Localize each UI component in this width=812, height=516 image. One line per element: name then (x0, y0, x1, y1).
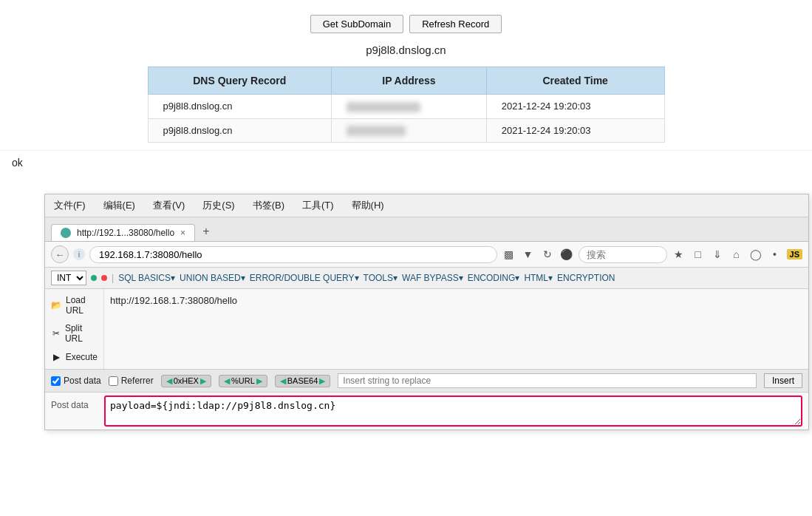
hackbar-main: 📂 Load URL ✂ Split URL ▶ Execute (45, 289, 808, 430)
tab-favicon-icon (61, 228, 71, 238)
dot-green-icon (91, 275, 97, 281)
refresh-record-button[interactable]: Refresh Record (409, 15, 502, 33)
table-row: p9j8l8.dnslog.cn 2021-12-24 19:20:03 (148, 118, 664, 143)
dot-red-icon (101, 275, 107, 281)
hex-encode-button[interactable]: ◀ 0xHEX ▶ (161, 375, 211, 387)
home-icon[interactable]: ⌂ (729, 247, 744, 262)
button-row: Get SubDomain Refresh Record (310, 15, 502, 33)
menu-tools[interactable]: 工具(T) (299, 197, 337, 214)
menu-help[interactable]: 帮助(H) (349, 197, 387, 214)
menu-edit[interactable]: 编辑(E) (100, 197, 138, 214)
post-data-checkbox[interactable] (51, 376, 61, 386)
status-bar: ok (0, 150, 812, 174)
col-header-time: Created Time (486, 67, 664, 95)
int-select[interactable]: INT (51, 271, 86, 285)
top-section: Get SubDomain Refresh Record p9j8l8.dnsl… (0, 0, 812, 150)
dns-table: DNS Query Record IP Address Created Time… (148, 67, 665, 143)
url-encode-button[interactable]: ◀ %URL ▶ (219, 375, 267, 387)
split-url-icon: ✂ (51, 327, 61, 339)
tab-close-button[interactable]: × (180, 228, 185, 238)
insert-button[interactable]: Insert (764, 373, 802, 388)
address-bar: ← i ▩ ▼ ↻ ⚫ ★ □ ⇓ ⌂ ◯ • JS (45, 242, 808, 268)
search-input[interactable] (579, 246, 667, 263)
execute-icon: ▶ (51, 351, 62, 363)
referrer-checkbox[interactable] (109, 376, 118, 386)
table-row: p9j8l8.dnslog.cn 2021-12-24 19:20:03 (148, 95, 664, 119)
back-button[interactable]: ← (51, 245, 69, 263)
menu-bar: 文件(F) 编辑(E) 查看(V) 历史(S) 书签(B) 工具(T) 帮助(H… (45, 194, 808, 217)
bookmark-icon[interactable]: □ (691, 247, 706, 262)
cell-dns-2: p9j8l8.dnslog.cn (148, 118, 332, 143)
execute-button[interactable]: ▶ Execute (48, 350, 100, 364)
hackbar-body: 📂 Load URL ✂ Split URL ▶ Execute (45, 289, 808, 369)
referrer-checkbox-label[interactable]: Referrer (109, 376, 154, 386)
hackbar-left-panel: 📂 Load URL ✂ Split URL ▶ Execute (45, 289, 104, 369)
menu-html[interactable]: HTML▾ (524, 273, 553, 283)
cell-time-2: 2021-12-24 19:20:03 (486, 118, 664, 143)
info-icon: i (73, 248, 85, 260)
dropdown-icon[interactable]: ▼ (521, 247, 536, 262)
postdata-row: Post data (45, 393, 808, 430)
menu-view[interactable]: 查看(V) (150, 197, 188, 214)
active-tab[interactable]: http://192.1...38080/hello × (51, 224, 195, 241)
options-row: Post data Referrer ◀ 0xHEX ▶ ◀ %URL ▶ ◀ … (45, 369, 808, 393)
insert-string-input[interactable] (338, 373, 757, 388)
split-url-label: Split URL (65, 323, 98, 344)
hackbar-toolbar: INT | SQL BASICS▾ UNION BASED▾ ERROR/DOU… (45, 268, 808, 289)
menu-sql-basics[interactable]: SQL BASICS▾ (118, 273, 175, 283)
postdata-label: Post data (45, 396, 104, 410)
browser-window: 文件(F) 编辑(E) 查看(V) 历史(S) 书签(B) 工具(T) 帮助(H… (44, 194, 809, 430)
cell-time-1: 2021-12-24 19:20:03 (486, 95, 664, 119)
hackbar-url-input[interactable] (109, 292, 804, 309)
menu-waf-bypass[interactable]: WAF BYPASS▾ (402, 273, 463, 283)
stop-icon[interactable]: ⚫ (559, 247, 574, 262)
cell-ip-1 (332, 95, 487, 119)
cell-ip-2 (332, 118, 487, 143)
download-icon[interactable]: ⇓ (710, 247, 725, 262)
postdata-input[interactable] (104, 396, 802, 427)
load-url-icon: 📂 (51, 299, 62, 311)
menu-bookmarks[interactable]: 书签(B) (250, 197, 287, 214)
load-url-button[interactable]: 📂 Load URL (48, 293, 100, 317)
reload-button[interactable]: ↻ (540, 247, 555, 262)
menu-encoding[interactable]: ENCODING▾ (468, 273, 520, 283)
new-tab-button[interactable]: + (195, 222, 216, 241)
hackbar-right-panel (104, 289, 808, 369)
address-icons: ▩ ▼ ↻ ⚫ (502, 247, 574, 262)
post-data-checkbox-label[interactable]: Post data (51, 376, 101, 386)
menu-encryption[interactable]: ENCRYPTION (557, 273, 615, 283)
referrer-label: Referrer (121, 376, 154, 386)
col-header-ip: IP Address (332, 67, 487, 95)
cell-dns-1: p9j8l8.dnslog.cn (148, 95, 332, 119)
menu-union-based[interactable]: UNION BASED▾ (180, 273, 245, 283)
menu-error-double[interactable]: ERROR/DOUBLE QUERY▾ (250, 273, 359, 283)
menu-tools[interactable]: TOOLS▾ (364, 273, 398, 283)
col-header-dns: DNS Query Record (148, 67, 332, 95)
screen-icon[interactable]: ▩ (502, 247, 516, 262)
tab-bar: http://192.1...38080/hello × + (45, 217, 808, 242)
js-badge: JS (787, 249, 802, 259)
menu-history[interactable]: 历史(S) (199, 197, 237, 214)
url-input[interactable] (89, 246, 497, 263)
post-data-label: Post data (64, 376, 101, 386)
base64-encode-button[interactable]: ◀ BASE64 ▶ (275, 375, 331, 387)
status-text: ok (12, 157, 23, 169)
globe-icon[interactable]: ◯ (748, 247, 763, 262)
more-icon[interactable]: • (768, 247, 782, 262)
get-subdomain-button[interactable]: Get SubDomain (310, 15, 404, 33)
tab-title: http://192.1...38080/hello (77, 228, 174, 238)
load-url-label: Load URL (66, 295, 98, 316)
menu-file[interactable]: 文件(F) (51, 197, 89, 214)
star-icon[interactable]: ★ (672, 247, 686, 262)
split-url-button[interactable]: ✂ Split URL (48, 322, 100, 345)
execute-label: Execute (66, 352, 98, 362)
domain-label: p9j8l8.dnslog.cn (366, 44, 446, 56)
